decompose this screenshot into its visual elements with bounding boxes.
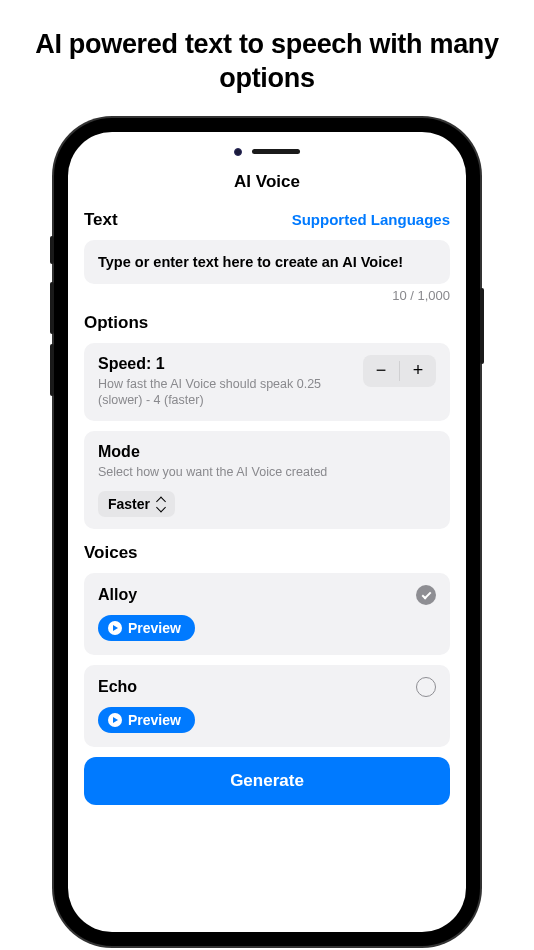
phone-side-button: [50, 344, 54, 396]
preview-button[interactable]: Preview: [98, 707, 195, 733]
mode-desc: Select how you want the AI Voice created: [98, 464, 328, 481]
radio-unchecked-icon[interactable]: [416, 677, 436, 697]
preview-button[interactable]: Preview: [98, 615, 195, 641]
speed-title: Speed: 1: [98, 355, 328, 373]
char-counter: 10 / 1,000: [84, 288, 450, 303]
phone-notch: [68, 132, 466, 166]
mode-title: Mode: [98, 443, 436, 461]
voices-section-label: Voices: [84, 543, 450, 563]
phone-frame: AI Voice Text Supported Languages Type o…: [54, 118, 480, 946]
preview-label: Preview: [128, 620, 181, 636]
phone-side-button: [50, 282, 54, 334]
mode-card: Mode Select how you want the AI Voice cr…: [84, 431, 450, 529]
text-section-label: Text: [84, 210, 118, 230]
marketing-headline: AI powered text to speech with many opti…: [0, 0, 534, 110]
speed-minus-button[interactable]: −: [363, 355, 399, 387]
mode-selected-label: Faster: [108, 496, 150, 512]
voice-name: Echo: [98, 678, 137, 696]
options-section-label: Options: [84, 313, 450, 333]
page-title: AI Voice: [84, 166, 450, 210]
mode-dropdown[interactable]: Faster: [98, 491, 175, 517]
speed-stepper: − +: [363, 355, 436, 387]
speed-card: Speed: 1 How fast the AI Voice should sp…: [84, 343, 450, 422]
speed-desc: How fast the AI Voice should speak 0.25 …: [98, 376, 328, 410]
radio-checked-icon[interactable]: [416, 585, 436, 605]
play-icon: [108, 713, 122, 727]
generate-button[interactable]: Generate: [84, 757, 450, 805]
text-input[interactable]: Type or enter text here to create an AI …: [84, 240, 450, 284]
phone-side-button: [50, 236, 54, 264]
chevron-updown-icon: [156, 498, 165, 511]
voice-item-alloy[interactable]: Alloy Preview: [84, 573, 450, 655]
speed-plus-button[interactable]: +: [400, 355, 436, 387]
supported-languages-link[interactable]: Supported Languages: [292, 211, 450, 228]
preview-label: Preview: [128, 712, 181, 728]
voice-name: Alloy: [98, 586, 137, 604]
play-icon: [108, 621, 122, 635]
voice-item-echo[interactable]: Echo Preview: [84, 665, 450, 747]
phone-side-button: [480, 288, 484, 364]
